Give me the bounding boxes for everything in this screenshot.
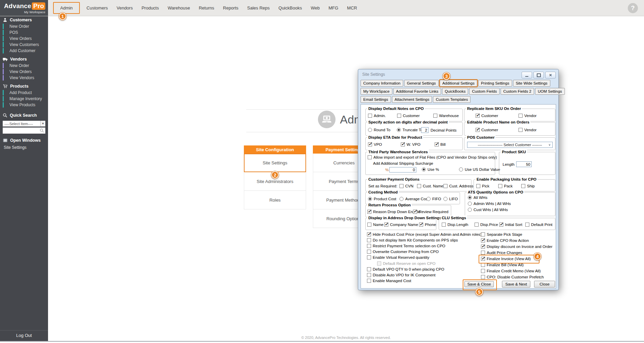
surcharge-input[interactable]: 0 xyxy=(389,167,416,173)
sidebar-item-view-customers[interactable]: View Customers xyxy=(3,42,48,47)
tab-additional-favorite-links[interactable]: Additional Favorite Links xyxy=(393,88,441,95)
nav-mcr[interactable]: MCR xyxy=(347,5,357,10)
tab-my-workspace[interactable]: My WorkSpace xyxy=(361,88,392,95)
checkbox-admin-notes[interactable]: Admin. xyxy=(368,114,386,118)
sidebar-item-view-orders-vendors[interactable]: View Orders xyxy=(3,69,48,74)
nav-sales-reps[interactable]: Sales Reps xyxy=(247,5,270,10)
radio-use-percent[interactable]: Use % xyxy=(422,167,439,172)
checkbox-replicate-vendor[interactable]: Vendor xyxy=(519,114,536,118)
close-window-button[interactable]: ✕ xyxy=(545,72,556,78)
checkbox-audit-price-changes[interactable]: Audit Price Changes xyxy=(481,251,522,255)
open-window-site-settings[interactable]: Site Settings xyxy=(0,144,48,151)
checkbox-hide-product-cost[interactable]: Hide Product Cost Price (except Super Ad… xyxy=(367,232,482,236)
radio-lifo[interactable]: LIFO xyxy=(443,197,458,201)
close-button[interactable]: Close xyxy=(534,281,555,288)
nav-admin[interactable]: Admin xyxy=(53,2,80,14)
checkbox-review-required[interactable]: Review Required xyxy=(413,210,448,214)
checkbox-disp-price[interactable]: Disp.Price xyxy=(475,223,498,227)
tab-email-settings[interactable]: Email Settings xyxy=(361,96,391,103)
radio-all-whs[interactable]: All WHs xyxy=(468,196,487,200)
checkbox-editable-vendor[interactable]: Vendor xyxy=(519,128,536,132)
checkbox-reason-dropdown[interactable]: Reason Drop Down Enable xyxy=(367,210,420,214)
save-next-button[interactable]: Save & Next xyxy=(502,281,530,288)
checkbox-disp-length[interactable]: Disp.Length xyxy=(442,223,468,227)
help-icon[interactable]: ? xyxy=(628,3,638,13)
checkbox-flat-files[interactable]: Allow import and export of Flat Files (C… xyxy=(368,155,497,159)
checkbox-no-item-kit-pps[interactable]: Do not display Item Kit Components on PP… xyxy=(367,238,458,242)
save-close-button[interactable]: Save & Close xyxy=(464,281,494,287)
checkbox-disable-auto-vpo[interactable]: Disable Auto VPO for IK Component xyxy=(367,273,435,277)
checkbox-overwrite-customer-pricing[interactable]: Overwrite Customer Pricing from CPO xyxy=(367,250,439,254)
checkbox-cvn[interactable]: CVN xyxy=(399,184,413,188)
sidebar-item-manage-inventory[interactable]: Manage Inventory xyxy=(3,96,48,101)
pos-customer-select[interactable]: -------------------- Select Customer ---… xyxy=(467,142,553,148)
checkbox-vpo[interactable]: VPO xyxy=(368,142,382,146)
checkbox-finalize-credit-memo[interactable]: Finalize Credit Memo (View All) xyxy=(481,269,541,273)
checkbox-restrict-payment-terms[interactable]: Restrict Payment Terms selection on CPO xyxy=(367,244,445,248)
sidebar-item-view-products[interactable]: View Products xyxy=(3,102,48,108)
sidebar-item-view-orders-customers[interactable]: View Orders xyxy=(3,36,48,41)
checkbox-ship[interactable]: Ship xyxy=(521,184,535,188)
sidebar-item-new-order-vendors[interactable]: New Order xyxy=(3,63,48,68)
menu-roles[interactable]: Roles xyxy=(244,191,306,209)
sidebar-item-view-vendors[interactable]: View Vendors xyxy=(3,75,48,81)
checkbox-customer-notes[interactable]: Customer xyxy=(397,114,420,118)
quick-search-input[interactable] xyxy=(3,128,45,134)
checkbox-name[interactable]: Name xyxy=(367,223,384,227)
sidebar-item-pos[interactable]: POS xyxy=(3,30,48,35)
checkbox-default-print[interactable]: Default Print xyxy=(525,223,552,227)
nav-customers[interactable]: Customers xyxy=(87,5,108,10)
radio-fifo[interactable]: FIFO xyxy=(427,197,441,201)
checkbox-w-vpo[interactable]: W. VPO xyxy=(401,142,420,146)
checkbox-cpo-disable-prefetch[interactable]: CPO: Disable Customer Prefetch xyxy=(481,275,544,279)
nav-reports[interactable]: Reports xyxy=(223,5,238,10)
nav-vendors[interactable]: Vendors xyxy=(117,5,133,10)
tab-custom-templates[interactable]: Custom Templates xyxy=(433,96,470,103)
checkbox-replicate-customer[interactable]: Customer xyxy=(476,114,498,118)
radio-cust-whs[interactable]: Cust WHs | All WHs xyxy=(468,208,508,212)
checkbox-phone[interactable]: Phone xyxy=(419,223,436,227)
radio-admin-whs[interactable]: Admin WHs | All WHs xyxy=(468,202,511,206)
tab-printing-settings[interactable]: Printing Settings xyxy=(478,80,512,87)
checkbox-enable-managed-cost[interactable]: Enable Managed Cost xyxy=(367,279,411,283)
tab-quickbooks[interactable]: QuickBooks xyxy=(442,88,468,95)
tab-custom-fields-2[interactable]: Custom Fields 2 xyxy=(501,88,534,95)
checkbox-warehouse-notes[interactable]: Warehouse xyxy=(433,114,459,118)
maximize-button[interactable] xyxy=(533,72,544,78)
nav-web[interactable]: Web xyxy=(311,5,320,10)
minimize-button[interactable] xyxy=(522,72,532,78)
checkbox-finalize-bill[interactable]: Finalize Bill (View All) xyxy=(481,263,524,267)
checkbox-separate-pick-stage[interactable]: Separate Pick Stage xyxy=(481,232,522,236)
nav-returns[interactable]: Returns xyxy=(199,5,214,10)
tab-attachment-settings[interactable]: Attachment Settings xyxy=(392,96,432,103)
chevron-down-icon[interactable]: ▼ xyxy=(40,121,45,127)
tab-general-settings[interactable]: General Settings xyxy=(404,80,439,87)
checkbox-pick[interactable]: Pick xyxy=(476,184,489,188)
radio-product-cost[interactable]: Product Cost xyxy=(368,197,396,201)
nav-quickbooks[interactable]: QuickBooks xyxy=(278,5,302,10)
radio-average-cost[interactable]: Average Cost xyxy=(399,197,429,201)
decimal-points-input[interactable]: 2 xyxy=(421,127,429,133)
checkbox-pack[interactable]: Pack xyxy=(498,184,513,188)
menu-site-settings[interactable]: Site Settings xyxy=(244,154,306,172)
radio-use-dollar[interactable]: Use US Dollar Value xyxy=(459,167,500,172)
tab-uom-settings[interactable]: UOM Settings xyxy=(535,88,565,95)
nav-products[interactable]: Products xyxy=(141,5,159,10)
checkbox-cpo-row-action[interactable]: Enable CPO Row Action xyxy=(481,238,529,243)
tab-additional-settings[interactable]: Additional Settings xyxy=(440,80,477,87)
radio-round-to[interactable]: Round To xyxy=(368,128,390,132)
nav-warehouse[interactable]: Warehouse xyxy=(168,5,190,10)
sidebar-item-add-product[interactable]: Add Product xyxy=(3,90,48,95)
checkbox-cust-address[interactable]: Cust. Address xyxy=(443,184,474,188)
tab-site-wide-settings[interactable]: Site Wide Settings xyxy=(513,80,550,87)
checkbox-virtual-reserved[interactable]: Enable Virtual Reserved quantity xyxy=(367,255,429,259)
radio-truncate-to[interactable]: Truncate To xyxy=(397,128,423,132)
checkbox-initial-sort[interactable]: Initial Sort xyxy=(499,223,522,227)
checkbox-cust-name[interactable]: Cust. Name xyxy=(417,184,443,188)
nav-mfg[interactable]: MFG xyxy=(328,5,338,10)
sidebar-item-new-order-customers[interactable]: New Order xyxy=(3,24,48,29)
checkbox-bill[interactable]: Bill xyxy=(435,142,445,146)
quick-search-select[interactable]: ----Select Item---- ▼ xyxy=(3,121,45,127)
checkbox-display-discount[interactable]: Display discount on Invoice and Order xyxy=(481,245,552,249)
logout-button[interactable]: Log Out xyxy=(0,330,48,341)
